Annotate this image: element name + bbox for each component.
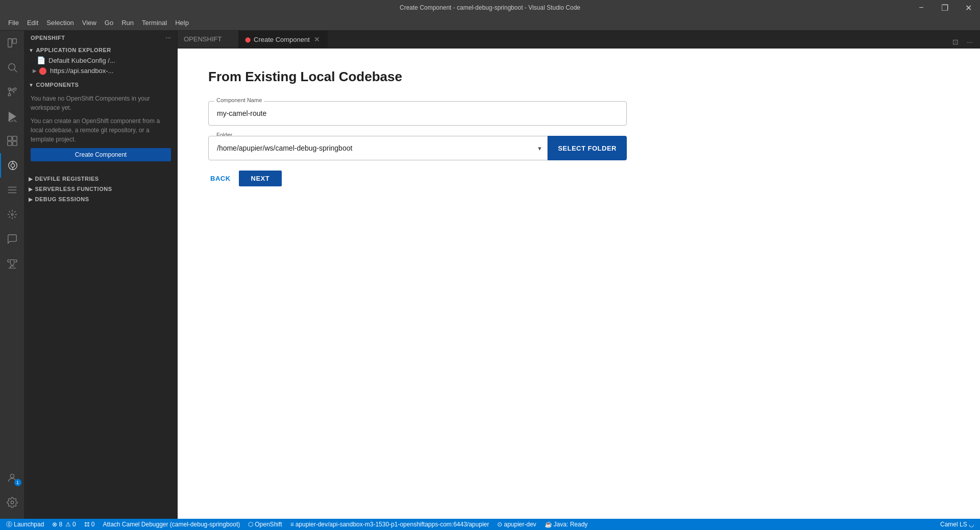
cluster-label: https://api.sandbox-...: [50, 67, 113, 75]
status-camel-ls[interactable]: Camel LS ◡: [938, 519, 976, 530]
activity-icon-accounts[interactable]: 1: [0, 466, 24, 490]
back-button[interactable]: BACK: [208, 171, 233, 186]
status-ports[interactable]: 𝌮 0: [82, 519, 97, 530]
split-editor-button[interactable]: ⊡: [949, 36, 962, 48]
close-button[interactable]: ✕: [957, 0, 980, 15]
next-button[interactable]: NEXT: [239, 171, 282, 186]
folder-select[interactable]: /home/apupier/ws/camel-debug-springboot: [208, 136, 548, 160]
sidebar-header-actions: ···: [165, 35, 171, 41]
components-header[interactable]: ▼ COMPONENTS: [24, 80, 177, 90]
folder-row: /home/apupier/ws/camel-debug-springboot …: [208, 136, 627, 160]
sidebar-more-button[interactable]: ···: [165, 35, 171, 41]
status-openshift[interactable]: ⬡ OpenShift: [246, 519, 284, 530]
create-component-tab-label: Create Component: [254, 36, 310, 43]
activity-icon-extensions[interactable]: [0, 129, 24, 153]
serverless-label: SERVERLESS FUNCTIONS: [35, 186, 112, 192]
svg-rect-12: [12, 136, 16, 140]
context-icon: ≡: [290, 521, 294, 528]
menu-selection[interactable]: Selection: [42, 17, 78, 29]
debug-sessions-label: DEBUG SESSIONS: [35, 196, 89, 202]
cluster-item[interactable]: ▶ ⬤ https://api.sandbox-...: [24, 65, 177, 76]
components-empty-text2: You can create an OpenShift component fr…: [31, 116, 171, 144]
accounts-badge: 1: [14, 479, 21, 486]
activity-icon-openshift[interactable]: [0, 153, 24, 178]
activity-icon-explorer[interactable]: [0, 31, 24, 55]
components-arrow: ▼: [29, 82, 34, 88]
tab-close-button[interactable]: ✕: [313, 35, 321, 43]
status-namespace[interactable]: ⊙ apupier-dev: [495, 519, 538, 530]
java-text: Java: Ready: [554, 521, 588, 528]
menu-go[interactable]: Go: [101, 17, 117, 29]
minimize-button[interactable]: −: [910, 0, 933, 15]
bottom-sections: ▶ DEVFILE REGISTRIES ▶ SERVERLESS FUNCTI…: [24, 174, 177, 204]
debug-arrow: ▶: [29, 197, 33, 202]
svg-line-3: [14, 69, 17, 72]
create-component-button[interactable]: Create Component: [31, 148, 171, 161]
components-empty-text1: You have no OpenShift Components in your…: [31, 94, 171, 112]
main-layout: 1 OPENSHIFT ··· ▼ APPLICATION EXPLORER: [0, 31, 980, 519]
activity-icon-search[interactable]: [0, 55, 24, 80]
devfile-label: DEVFILE REGISTRIES: [35, 176, 99, 182]
folder-field: Folder /home/apupier/ws/camel-debug-spri…: [208, 136, 949, 160]
more-actions-button[interactable]: ···: [964, 36, 976, 48]
camel-debug-text: Attach Camel Debugger (camel-debug-sprin…: [103, 521, 240, 528]
devfile-arrow: ▶: [29, 176, 33, 182]
activity-icon-lists[interactable]: [0, 178, 24, 202]
context-text: apupier-dev/api-sandbox-m3-1530-p1-opens…: [296, 521, 489, 528]
svg-point-23: [10, 474, 14, 478]
kubeconfig-label: Default KubeConfig /...: [48, 57, 115, 64]
titlebar-controls: − ❐ ✕: [910, 0, 980, 15]
status-bar-left: ⓪ Launchpad ⊗ 8 ⚠ 0 𝌮 0 Attach Camel Deb…: [4, 519, 590, 530]
activity-icon-settings[interactable]: [0, 490, 24, 515]
status-launchpad[interactable]: ⓪ Launchpad: [4, 519, 46, 530]
ports-icon: 𝌮: [84, 521, 90, 528]
menu-terminal[interactable]: Terminal: [138, 17, 171, 29]
menu-run[interactable]: Run: [117, 17, 138, 29]
openshift-tab[interactable]: OPENSHIFT: [178, 31, 239, 48]
form-title: From Existing Local Codebase: [208, 69, 949, 85]
sidebar-header: OPENSHIFT ···: [24, 31, 177, 45]
menu-view[interactable]: View: [78, 17, 101, 29]
devfile-registries-section[interactable]: ▶ DEVFILE REGISTRIES: [24, 174, 177, 184]
warnings-text: 0: [72, 521, 76, 528]
tab-openshift-icon: ⬤: [245, 37, 251, 42]
activity-icon-chat[interactable]: [0, 227, 24, 251]
openshift-status-icon: ⬡: [248, 521, 253, 528]
sidebar-title: OPENSHIFT: [31, 35, 65, 41]
activity-icon-run-debug[interactable]: [0, 104, 24, 129]
status-java[interactable]: ☕ Java: Ready: [543, 519, 590, 530]
file-icon: 📄: [37, 56, 45, 64]
svg-rect-11: [7, 136, 11, 140]
launchpad-text: Launchpad: [14, 521, 44, 528]
camel-ls-text: Camel LS ◡: [940, 521, 974, 528]
app-explorer-header[interactable]: ▼ APPLICATION EXPLORER: [24, 45, 177, 55]
java-icon: ☕: [545, 521, 552, 528]
activity-icon-trophy[interactable]: [0, 251, 24, 276]
components-section: ▼ COMPONENTS You have no OpenShift Compo…: [24, 80, 177, 165]
create-component-tab[interactable]: ⬤ Create Component ✕: [239, 31, 328, 48]
status-camel-debugger[interactable]: Attach Camel Debugger (camel-debug-sprin…: [101, 519, 242, 530]
openshift-status-text: OpenShift: [255, 521, 282, 528]
window-title: Create Component - camel-debug-springboo…: [400, 4, 580, 11]
warnings-icon: ⚠: [65, 521, 71, 528]
kubeconfig-item[interactable]: 📄 Default KubeConfig /...: [24, 55, 177, 65]
status-errors[interactable]: ⊗ 8 ⚠ 0: [50, 519, 78, 530]
restore-button[interactable]: ❐: [933, 0, 957, 15]
editor-content: From Existing Local Codebase Component N…: [178, 49, 980, 519]
component-name-input[interactable]: [208, 101, 627, 126]
svg-line-9: [14, 119, 16, 122]
components-label: COMPONENTS: [36, 82, 79, 88]
menu-file[interactable]: File: [4, 17, 23, 29]
debug-sessions-section[interactable]: ▶ DEBUG SESSIONS: [24, 194, 177, 204]
status-bar: ⓪ Launchpad ⊗ 8 ⚠ 0 𝌮 0 Attach Camel Deb…: [0, 519, 980, 530]
activity-icon-kubernetes[interactable]: [0, 202, 24, 227]
components-content: You have no OpenShift Components in your…: [24, 90, 177, 165]
select-folder-button[interactable]: SELECT FOLDER: [548, 136, 627, 160]
editor-area: OPENSHIFT ⬤ Create Component ✕ ⊡ ··· Fro…: [178, 31, 980, 519]
serverless-functions-section[interactable]: ▶ SERVERLESS FUNCTIONS: [24, 184, 177, 194]
menu-help[interactable]: Help: [171, 17, 193, 29]
status-context[interactable]: ≡ apupier-dev/api-sandbox-m3-1530-p1-ope…: [288, 519, 492, 530]
activity-icon-source-control[interactable]: [0, 80, 24, 104]
menu-edit[interactable]: Edit: [23, 17, 42, 29]
svg-rect-1: [12, 39, 16, 43]
